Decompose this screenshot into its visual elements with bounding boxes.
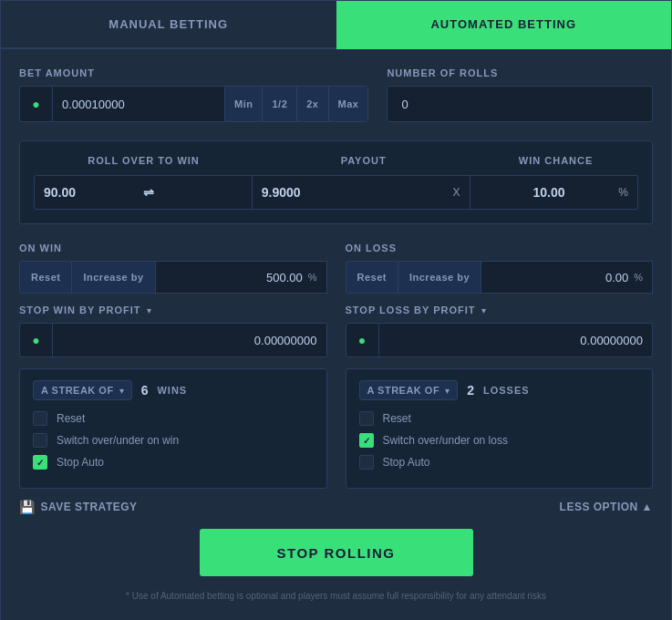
streak-wins-switch-label: Switch over/under on win: [57, 434, 179, 447]
stop-win-input[interactable]: ● 0.00000000: [19, 323, 327, 357]
rolls-label: NUMBER OF ROLLS: [387, 67, 653, 78]
save-strategy-button[interactable]: 💾 SAVE STRATEGY: [19, 500, 138, 514]
three-col-inputs: 90.00 ⇌ 9.9000 X 10.00 %: [34, 175, 638, 210]
streak-losses-option-2: Stop Auto: [359, 455, 640, 470]
stop-loss-label: STOP LOSS BY PROFIT: [346, 305, 476, 315]
on-loss-value-wrap: 0.00 %: [481, 261, 653, 294]
streak-wins-option-2: Stop Auto: [33, 455, 314, 470]
on-win-value-wrap: 500.00 %: [156, 261, 327, 294]
streak-losses-stop-label: Stop Auto: [383, 456, 430, 469]
tab-manual[interactable]: MANUAL BETTING: [1, 1, 336, 49]
on-win-unit: %: [308, 272, 317, 283]
bet-amount-input-group: ● Min 1/2 2x Max: [19, 86, 368, 122]
streak-wins-header: A STREAK OF ▾ 6 WINS: [33, 380, 314, 400]
three-col-header: ROLL OVER TO WIN PAYOUT WIN CHANCE: [34, 155, 638, 166]
streak-losses-switch-label: Switch over/under on loss: [383, 434, 508, 447]
on-loss-reset-button[interactable]: Reset: [346, 261, 398, 294]
streak-losses-type: LOSSES: [483, 385, 530, 396]
on-win-loss-row: ON WIN Reset Increase by 500.00 % ON LOS…: [19, 243, 653, 294]
less-option-label: LESS OPTION ▲: [560, 501, 653, 513]
streak-losses-option-1: Switch over/under on loss: [359, 433, 640, 448]
rolls-section: NUMBER OF ROLLS 0: [387, 67, 653, 122]
stop-win-label-row: STOP WIN BY PROFIT ▾: [19, 305, 327, 315]
rollover-input[interactable]: 90.00 ⇌: [34, 175, 253, 210]
bet-amount-label: BET AMOUNT: [19, 67, 368, 78]
streak-losses-number: 2: [467, 383, 474, 398]
stop-win-label: STOP WIN BY PROFIT: [19, 305, 141, 315]
streak-losses-reset-checkbox[interactable]: [359, 411, 374, 426]
x-icon: X: [453, 186, 460, 199]
disclaimer-text: * Use of Automated betting is optional a…: [19, 591, 653, 612]
on-loss-label: ON LOSS: [346, 243, 654, 253]
winchance-value: 10.00: [480, 185, 619, 200]
on-loss-controls: Reset Increase by 0.00 %: [346, 261, 654, 294]
streak-wins-stop-label: Stop Auto: [57, 456, 104, 469]
swap-icon[interactable]: ⇌: [143, 185, 243, 200]
tab-auto[interactable]: AUTOMATED BETTING: [336, 1, 672, 49]
on-loss-section: ON LOSS Reset Increase by 0.00 %: [346, 243, 654, 294]
bet-currency-icon: ●: [20, 87, 53, 121]
bet-amount-section: BET AMOUNT ● Min 1/2 2x Max: [19, 67, 368, 122]
on-win-value: 500.00: [165, 271, 303, 284]
winchance-header: WIN CHANCE: [473, 155, 638, 166]
percent-icon: %: [618, 186, 628, 199]
stop-loss-section: STOP LOSS BY PROFIT ▾ ● 0.00000000: [346, 305, 654, 357]
winchance-input[interactable]: 10.00 %: [470, 175, 638, 210]
stop-loss-label-row: STOP LOSS BY PROFIT ▾: [346, 305, 654, 315]
less-option-button[interactable]: LESS OPTION ▲: [560, 501, 653, 513]
streak-wins-section: A STREAK OF ▾ 6 WINS Reset Switch over/u…: [19, 368, 327, 489]
stop-loss-currency-icon: ●: [346, 324, 379, 356]
bet-max-button[interactable]: Max: [328, 87, 368, 121]
roll-payout-winchance: ROLL OVER TO WIN PAYOUT WIN CHANCE 90.00…: [19, 140, 653, 224]
streak-wins-option-1: Switch over/under on win: [33, 433, 314, 448]
on-win-increase-button[interactable]: Increase by: [72, 261, 155, 294]
on-loss-increase-button[interactable]: Increase by: [398, 261, 481, 294]
stop-loss-input[interactable]: ● 0.00000000: [346, 323, 654, 357]
stop-row: STOP WIN BY PROFIT ▾ ● 0.00000000 STOP L…: [19, 305, 653, 357]
on-loss-unit: %: [634, 272, 643, 283]
stop-rolling-button[interactable]: STOP ROLLING: [200, 529, 473, 576]
bet-min-button[interactable]: Min: [224, 87, 262, 121]
streak-wins-reset-checkbox[interactable]: [33, 411, 47, 426]
streak-wins-number: 6: [141, 383, 149, 398]
streak-wins-dropdown[interactable]: A STREAK OF ▾: [33, 380, 132, 400]
bet-half-button[interactable]: 1/2: [262, 87, 296, 121]
stop-loss-chevron-icon[interactable]: ▾: [481, 305, 486, 315]
streak-wins-stop-checkbox[interactable]: [33, 455, 47, 470]
streak-losses-chevron-icon: ▾: [445, 386, 450, 396]
bet-amount-buttons: Min 1/2 2x Max: [224, 87, 367, 121]
on-win-label: ON WIN: [19, 243, 327, 253]
streak-wins-type: WINS: [157, 385, 187, 396]
streak-losses-dropdown[interactable]: A STREAK OF ▾: [359, 380, 459, 400]
save-strategy-label: SAVE STRATEGY: [41, 501, 138, 513]
save-icon: 💾: [19, 500, 36, 514]
payout-input[interactable]: 9.9000 X: [253, 175, 470, 210]
rolls-value: 0: [401, 98, 408, 111]
tab-bar: MANUAL BETTING AUTOMATED BETTING: [1, 1, 671, 49]
stop-win-chevron-icon[interactable]: ▾: [147, 305, 151, 315]
streak-losses-stop-checkbox[interactable]: [359, 455, 374, 470]
payout-header: PAYOUT: [253, 155, 473, 166]
bet-double-button[interactable]: 2x: [296, 87, 327, 121]
rollover-header: ROLL OVER TO WIN: [34, 155, 253, 166]
bet-rolls-row: BET AMOUNT ● Min 1/2 2x Max NUMBER OF RO…: [19, 67, 653, 122]
on-win-controls: Reset Increase by 500.00 %: [19, 261, 327, 294]
stop-win-value: 0.00000000: [53, 334, 326, 347]
streak-losses-switch-checkbox[interactable]: [359, 433, 374, 448]
bet-amount-field[interactable]: [53, 98, 224, 111]
streak-wins-chevron-icon: ▾: [119, 386, 124, 396]
stop-win-currency-icon: ●: [20, 324, 53, 356]
rolls-input[interactable]: 0: [387, 86, 653, 122]
payout-value: 9.9000: [262, 185, 453, 200]
streak-losses-option-0: Reset: [359, 411, 640, 426]
streak-losses-header: A STREAK OF ▾ 2 LOSSES: [359, 380, 640, 400]
streak-losses-section: A STREAK OF ▾ 2 LOSSES Reset Switch over…: [346, 368, 654, 489]
on-loss-value: 0.00: [491, 271, 628, 284]
on-win-section: ON WIN Reset Increase by 500.00 %: [19, 243, 327, 294]
on-win-reset-button[interactable]: Reset: [19, 261, 72, 294]
main-content: BET AMOUNT ● Min 1/2 2x Max NUMBER OF RO…: [1, 49, 671, 620]
streak-wins-reset-label: Reset: [57, 412, 85, 425]
streak-wins-switch-checkbox[interactable]: [33, 433, 47, 448]
main-container: MANUAL BETTING AUTOMATED BETTING BET AMO…: [0, 0, 672, 620]
streak-losses-reset-label: Reset: [383, 412, 411, 425]
